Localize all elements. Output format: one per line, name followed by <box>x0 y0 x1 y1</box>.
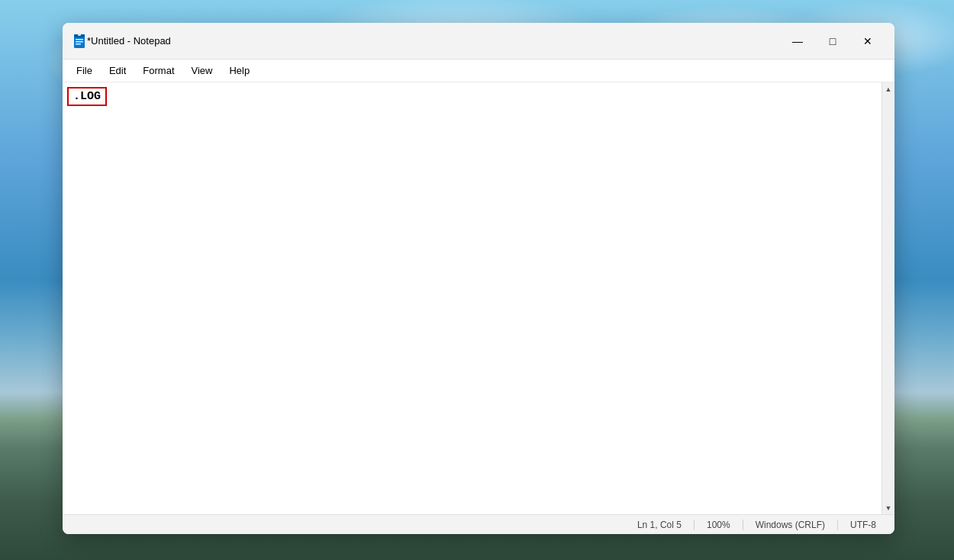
status-segments: Ln 1, Col 5 100% Windows (CRLF) UTF-8 <box>625 520 888 530</box>
title-bar: *Untitled - Notepad — □ ✕ <box>63 23 894 60</box>
scrollbar-vertical[interactable]: ▲ ▼ <box>881 82 894 514</box>
svg-rect-3 <box>76 41 83 43</box>
text-editor[interactable]: .LOG <box>63 82 226 129</box>
editor-container: .LOG .LOG ▲ ▼ <box>63 82 894 514</box>
menu-view[interactable]: View <box>184 63 221 78</box>
svg-rect-5 <box>78 34 81 36</box>
close-button[interactable]: ✕ <box>850 29 885 53</box>
notepad-window: *Untitled - Notepad — □ ✕ File Edit Form… <box>63 23 894 534</box>
menu-edit[interactable]: Edit <box>102 63 134 78</box>
notepad-icon <box>72 34 87 49</box>
window-title: *Untitled - Notepad <box>87 35 780 47</box>
svg-rect-4 <box>76 43 81 45</box>
cursor-position: Ln 1, Col 5 <box>625 520 694 530</box>
menu-help[interactable]: Help <box>221 63 257 78</box>
line-ending: Windows (CRLF) <box>743 520 837 530</box>
window-controls: — □ ✕ <box>780 29 885 53</box>
scroll-up-arrow[interactable]: ▲ <box>882 82 895 95</box>
scroll-down-arrow[interactable]: ▼ <box>882 501 895 514</box>
desktop: *Untitled - Notepad — □ ✕ File Edit Form… <box>0 0 954 560</box>
status-bar: Ln 1, Col 5 100% Windows (CRLF) UTF-8 <box>63 514 894 534</box>
minimize-button[interactable]: — <box>780 29 815 53</box>
encoding: UTF-8 <box>837 520 888 530</box>
menu-format[interactable]: Format <box>135 63 182 78</box>
svg-rect-2 <box>76 39 83 40</box>
menu-file[interactable]: File <box>69 63 100 78</box>
zoom-level: 100% <box>694 520 743 530</box>
menu-bar: File Edit Format View Help <box>63 60 894 82</box>
maximize-button[interactable]: □ <box>815 29 850 53</box>
